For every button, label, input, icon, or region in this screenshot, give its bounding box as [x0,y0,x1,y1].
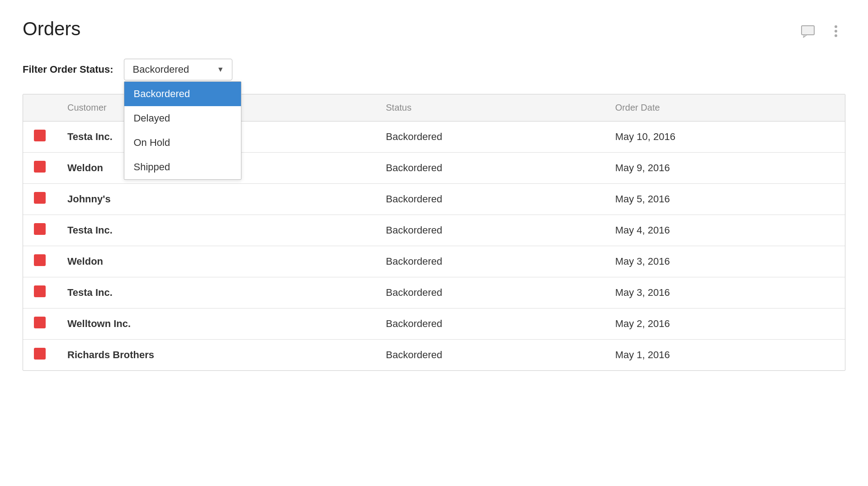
filter-label: Filter Order Status: [23,64,113,75]
svg-point-2 [835,25,837,28]
row-status: Backordered [375,308,604,340]
row-status: Backordered [375,122,604,153]
row-status-icon [23,246,57,277]
row-order-date: May 4, 2016 [604,215,845,246]
dropdown-item-delayed[interactable]: Delayed [124,106,241,131]
more-icon[interactable] [826,22,845,41]
svg-point-3 [835,30,837,33]
row-order-date: May 2, 2016 [604,308,845,340]
red-square-icon [34,285,46,297]
filter-dropdown-wrapper: Backordered ▼ Backordered Delayed On Hol… [124,59,232,80]
row-customer: Richards Brothers [57,340,375,371]
row-order-date: May 9, 2016 [604,153,845,184]
row-customer: Testa Inc. [57,277,375,308]
table-row: Testa Inc. Backordered May 4, 2016 [23,215,845,246]
row-status-icon [23,122,57,153]
table-row: Testa Inc. Backordered May 3, 2016 [23,277,845,308]
row-status-icon [23,308,57,340]
row-status-icon [23,277,57,308]
chevron-down-icon: ▼ [217,65,224,74]
row-status-icon [23,340,57,371]
row-status: Backordered [375,340,604,371]
table-row: Welltown Inc. Backordered May 2, 2016 [23,308,845,340]
col-order-date: Order Date [604,94,845,122]
red-square-icon [34,130,46,141]
col-status: Status [375,94,604,122]
row-order-date: May 3, 2016 [604,277,845,308]
table-row: Weldon Backordered May 3, 2016 [23,246,845,277]
red-square-icon [34,223,46,235]
page-title: Orders [23,18,80,40]
row-status: Backordered [375,215,604,246]
red-square-icon [34,348,46,360]
filter-dropdown-menu: Backordered Delayed On Hold Shipped [124,81,241,180]
svg-marker-1 [803,35,807,37]
row-status: Backordered [375,246,604,277]
filter-dropdown-selected[interactable]: Backordered ▼ [124,59,232,80]
row-order-date: May 5, 2016 [604,184,845,215]
col-icon [23,94,57,122]
row-customer: Welltown Inc. [57,308,375,340]
table-row: Richards Brothers Backordered May 1, 201… [23,340,845,371]
dropdown-item-shipped[interactable]: Shipped [124,155,241,179]
red-square-icon [34,317,46,328]
dropdown-item-onhold[interactable]: On Hold [124,131,241,155]
svg-point-4 [835,34,837,37]
page-header: Orders [23,18,845,41]
row-order-date: May 1, 2016 [604,340,845,371]
comment-icon[interactable] [798,22,817,41]
filter-selected-value: Backordered [132,64,189,75]
row-status-icon [23,184,57,215]
header-icons [798,22,845,41]
row-status-icon [23,153,57,184]
red-square-icon [34,254,46,266]
row-status: Backordered [375,277,604,308]
row-status-icon [23,215,57,246]
row-status: Backordered [375,184,604,215]
row-customer: Johnny's [57,184,375,215]
row-customer: Weldon [57,246,375,277]
red-square-icon [34,192,46,204]
table-row: Johnny's Backordered May 5, 2016 [23,184,845,215]
row-order-date: May 10, 2016 [604,122,845,153]
row-status: Backordered [375,153,604,184]
svg-rect-0 [802,26,814,35]
red-square-icon [34,161,46,173]
filter-section: Filter Order Status: Backordered ▼ Backo… [23,59,845,80]
row-customer: Testa Inc. [57,215,375,246]
row-order-date: May 3, 2016 [604,246,845,277]
dropdown-item-backordered[interactable]: Backordered [124,82,241,106]
